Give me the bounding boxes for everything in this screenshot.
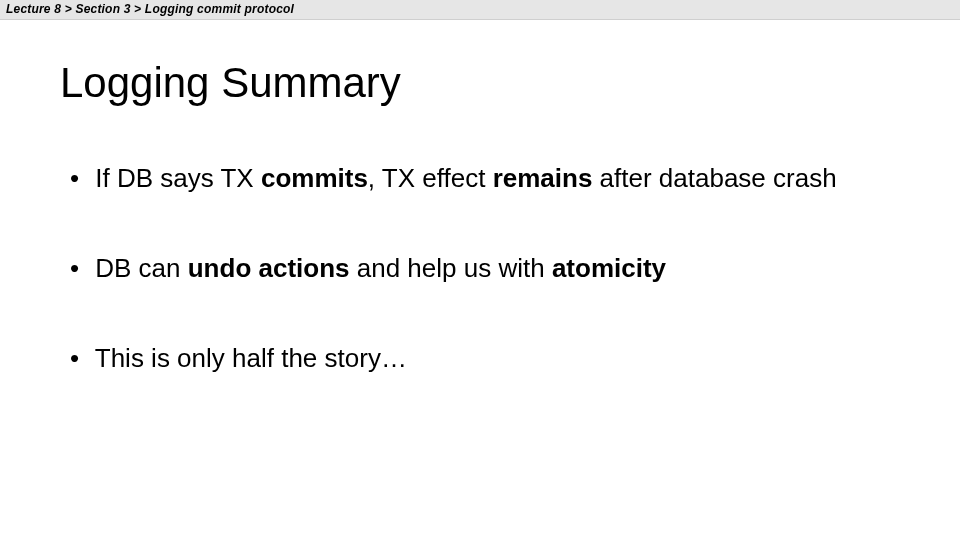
bullet-text: after database crash [592,163,836,193]
bullet-text: If DB says TX [95,163,261,193]
bullet-text: and help us with [350,253,552,283]
list-item: If DB says TX commits, TX effect remains… [60,161,900,196]
list-item: DB can undo actions and help us with ato… [60,251,900,286]
bullet-text: , TX effect [368,163,493,193]
page-title: Logging Summary [60,60,900,106]
list-item: This is only half the story… [60,341,900,376]
bullet-text: DB can [95,253,188,283]
bullet-bold: atomicity [552,253,666,283]
slide-body: Logging Summary If DB says TX commits, T… [0,20,960,451]
bullet-bold: remains [493,163,593,193]
breadcrumb-text: Lecture 8 > Section 3 > Logging commit p… [6,2,294,16]
bullet-list: If DB says TX commits, TX effect remains… [60,161,900,376]
bullet-bold: commits [261,163,368,193]
bullet-text: This is only half the story… [95,343,407,373]
breadcrumb: Lecture 8 > Section 3 > Logging commit p… [0,0,960,20]
bullet-bold: undo actions [188,253,350,283]
